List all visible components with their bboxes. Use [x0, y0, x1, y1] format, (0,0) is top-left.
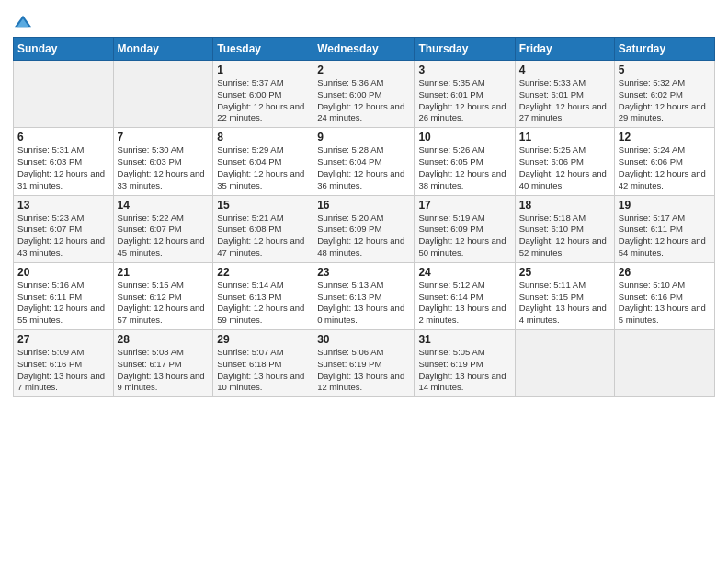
calendar-cell: 21Sunrise: 5:15 AM Sunset: 6:12 PM Dayli… [113, 262, 213, 329]
calendar-cell: 16Sunrise: 5:20 AM Sunset: 6:09 PM Dayli… [313, 195, 415, 262]
day-info: Sunrise: 5:23 AM Sunset: 6:07 PM Dayligh… [17, 213, 109, 259]
day-number: 20 [17, 266, 109, 279]
day-info: Sunrise: 5:30 AM Sunset: 6:03 PM Dayligh… [118, 144, 210, 191]
calendar-cell: 6Sunrise: 5:31 AM Sunset: 6:03 PM Daylig… [14, 128, 114, 195]
day-info: Sunrise: 5:05 AM Sunset: 6:19 PM Dayligh… [418, 347, 510, 394]
day-number: 8 [217, 131, 309, 144]
col-saturday: Saturday [614, 38, 714, 61]
calendar-cell: 31Sunrise: 5:05 AM Sunset: 6:19 PM Dayli… [415, 330, 515, 397]
calendar-cell: 26Sunrise: 5:10 AM Sunset: 6:16 PM Dayli… [614, 262, 714, 329]
day-number: 31 [418, 333, 510, 346]
col-friday: Friday [515, 38, 614, 61]
day-number: 22 [217, 266, 309, 279]
day-number: 29 [217, 333, 309, 346]
header [13, 9, 715, 31]
day-info: Sunrise: 5:15 AM Sunset: 6:12 PM Dayligh… [118, 280, 210, 327]
weekday-header-row: Sunday Monday Tuesday Wednesday Thursday… [14, 38, 715, 61]
day-info: Sunrise: 5:19 AM Sunset: 6:09 PM Dayligh… [418, 213, 510, 259]
day-number: 1 [217, 63, 309, 76]
day-info: Sunrise: 5:16 AM Sunset: 6:11 PM Dayligh… [17, 280, 109, 327]
calendar-cell: 19Sunrise: 5:17 AM Sunset: 6:11 PM Dayli… [614, 195, 714, 262]
day-info: Sunrise: 5:17 AM Sunset: 6:11 PM Dayligh… [619, 213, 711, 259]
calendar-cell: 14Sunrise: 5:22 AM Sunset: 6:07 PM Dayli… [113, 195, 213, 262]
day-info: Sunrise: 5:22 AM Sunset: 6:07 PM Dayligh… [118, 213, 210, 259]
day-info: Sunrise: 5:10 AM Sunset: 6:16 PM Dayligh… [619, 280, 711, 327]
logo-icon [15, 13, 31, 29]
day-number: 26 [619, 266, 711, 279]
day-info: Sunrise: 5:36 AM Sunset: 6:00 PM Dayligh… [317, 77, 410, 124]
calendar-cell: 18Sunrise: 5:18 AM Sunset: 6:10 PM Dayli… [515, 195, 614, 262]
day-number: 18 [519, 199, 610, 212]
day-number: 11 [519, 131, 610, 144]
day-number: 2 [317, 63, 410, 76]
day-info: Sunrise: 5:35 AM Sunset: 6:01 PM Dayligh… [418, 77, 510, 124]
calendar-body: 1Sunrise: 5:37 AM Sunset: 6:00 PM Daylig… [14, 61, 715, 397]
calendar-week-row: 13Sunrise: 5:23 AM Sunset: 6:07 PM Dayli… [14, 195, 715, 262]
day-number: 17 [418, 199, 510, 212]
day-info: Sunrise: 5:31 AM Sunset: 6:03 PM Dayligh… [17, 144, 109, 191]
day-number: 25 [519, 266, 610, 279]
day-info: Sunrise: 5:18 AM Sunset: 6:10 PM Dayligh… [519, 213, 610, 259]
calendar-cell: 2Sunrise: 5:36 AM Sunset: 6:00 PM Daylig… [313, 61, 415, 128]
calendar-week-row: 27Sunrise: 5:09 AM Sunset: 6:16 PM Dayli… [14, 330, 715, 397]
calendar-cell [113, 61, 213, 128]
calendar-cell: 28Sunrise: 5:08 AM Sunset: 6:17 PM Dayli… [113, 330, 213, 397]
day-info: Sunrise: 5:29 AM Sunset: 6:04 PM Dayligh… [217, 144, 309, 191]
calendar-cell: 7Sunrise: 5:30 AM Sunset: 6:03 PM Daylig… [113, 128, 213, 195]
day-number: 28 [118, 333, 210, 346]
col-monday: Monday [113, 38, 213, 61]
day-info: Sunrise: 5:26 AM Sunset: 6:05 PM Dayligh… [418, 144, 510, 191]
day-info: Sunrise: 5:37 AM Sunset: 6:00 PM Dayligh… [217, 77, 309, 124]
calendar-cell: 4Sunrise: 5:33 AM Sunset: 6:01 PM Daylig… [515, 61, 614, 128]
day-info: Sunrise: 5:12 AM Sunset: 6:14 PM Dayligh… [418, 280, 510, 327]
day-info: Sunrise: 5:21 AM Sunset: 6:08 PM Dayligh… [217, 213, 309, 259]
logo [13, 13, 31, 31]
day-number: 14 [118, 199, 210, 212]
day-number: 23 [317, 266, 410, 279]
calendar-table: Sunday Monday Tuesday Wednesday Thursday… [13, 37, 715, 397]
day-number: 19 [619, 199, 711, 212]
calendar-cell: 12Sunrise: 5:24 AM Sunset: 6:06 PM Dayli… [614, 128, 714, 195]
day-info: Sunrise: 5:25 AM Sunset: 6:06 PM Dayligh… [519, 144, 610, 191]
col-tuesday: Tuesday [213, 38, 313, 61]
calendar-cell [14, 61, 114, 128]
calendar-week-row: 20Sunrise: 5:16 AM Sunset: 6:11 PM Dayli… [14, 262, 715, 329]
day-number: 5 [619, 63, 711, 76]
day-number: 30 [317, 333, 410, 346]
calendar-cell: 11Sunrise: 5:25 AM Sunset: 6:06 PM Dayli… [515, 128, 614, 195]
calendar-cell: 25Sunrise: 5:11 AM Sunset: 6:15 PM Dayli… [515, 262, 614, 329]
calendar-cell: 29Sunrise: 5:07 AM Sunset: 6:18 PM Dayli… [213, 330, 313, 397]
day-number: 12 [619, 131, 711, 144]
calendar-cell: 5Sunrise: 5:32 AM Sunset: 6:02 PM Daylig… [614, 61, 714, 128]
calendar-cell: 1Sunrise: 5:37 AM Sunset: 6:00 PM Daylig… [213, 61, 313, 128]
calendar-cell: 20Sunrise: 5:16 AM Sunset: 6:11 PM Dayli… [14, 262, 114, 329]
calendar-cell: 8Sunrise: 5:29 AM Sunset: 6:04 PM Daylig… [213, 128, 313, 195]
day-info: Sunrise: 5:14 AM Sunset: 6:13 PM Dayligh… [217, 280, 309, 327]
day-info: Sunrise: 5:11 AM Sunset: 6:15 PM Dayligh… [519, 280, 610, 327]
day-info: Sunrise: 5:20 AM Sunset: 6:09 PM Dayligh… [317, 213, 410, 259]
calendar-cell: 23Sunrise: 5:13 AM Sunset: 6:13 PM Dayli… [313, 262, 415, 329]
day-info: Sunrise: 5:24 AM Sunset: 6:06 PM Dayligh… [619, 144, 711, 191]
calendar-cell: 13Sunrise: 5:23 AM Sunset: 6:07 PM Dayli… [14, 195, 114, 262]
calendar-week-row: 1Sunrise: 5:37 AM Sunset: 6:00 PM Daylig… [14, 61, 715, 128]
day-number: 24 [418, 266, 510, 279]
calendar-cell: 15Sunrise: 5:21 AM Sunset: 6:08 PM Dayli… [213, 195, 313, 262]
day-info: Sunrise: 5:33 AM Sunset: 6:01 PM Dayligh… [519, 77, 610, 124]
day-number: 16 [317, 199, 410, 212]
day-number: 10 [418, 131, 510, 144]
page: Sunday Monday Tuesday Wednesday Thursday… [0, 0, 728, 563]
day-number: 6 [17, 131, 109, 144]
calendar-cell [614, 330, 714, 397]
day-info: Sunrise: 5:08 AM Sunset: 6:17 PM Dayligh… [118, 347, 210, 394]
col-sunday: Sunday [14, 38, 114, 61]
day-number: 13 [17, 199, 109, 212]
calendar-cell: 10Sunrise: 5:26 AM Sunset: 6:05 PM Dayli… [415, 128, 515, 195]
day-number: 3 [418, 63, 510, 76]
day-info: Sunrise: 5:09 AM Sunset: 6:16 PM Dayligh… [17, 347, 109, 394]
calendar-cell: 17Sunrise: 5:19 AM Sunset: 6:09 PM Dayli… [415, 195, 515, 262]
calendar-cell: 30Sunrise: 5:06 AM Sunset: 6:19 PM Dayli… [313, 330, 415, 397]
day-number: 15 [217, 199, 309, 212]
calendar-cell: 27Sunrise: 5:09 AM Sunset: 6:16 PM Dayli… [14, 330, 114, 397]
day-info: Sunrise: 5:28 AM Sunset: 6:04 PM Dayligh… [317, 144, 410, 191]
col-thursday: Thursday [415, 38, 515, 61]
